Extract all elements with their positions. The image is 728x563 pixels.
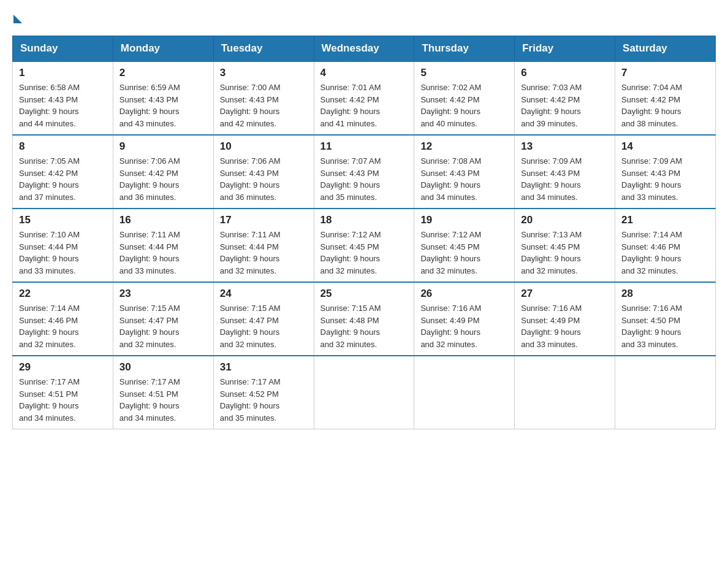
calendar-cell: 10Sunrise: 7:06 AMSunset: 4:43 PMDayligh… (213, 135, 314, 209)
day-info: Sunrise: 7:04 AMSunset: 4:42 PMDaylight:… (621, 82, 709, 129)
calendar-cell: 30Sunrise: 7:17 AMSunset: 4:51 PMDayligh… (113, 356, 213, 429)
weekday-header-thursday: Thursday (414, 36, 515, 62)
calendar-cell: 3Sunrise: 7:00 AMSunset: 4:43 PMDaylight… (213, 61, 314, 135)
calendar-cell: 9Sunrise: 7:06 AMSunset: 4:42 PMDaylight… (113, 135, 213, 209)
day-info: Sunrise: 7:11 AMSunset: 4:44 PMDaylight:… (119, 229, 207, 277)
day-number: 15 (19, 214, 107, 226)
day-info: Sunrise: 7:17 AMSunset: 4:51 PMDaylight:… (19, 376, 107, 424)
calendar-cell: 4Sunrise: 7:01 AMSunset: 4:42 PMDaylight… (314, 61, 414, 135)
calendar-cell: 20Sunrise: 7:13 AMSunset: 4:45 PMDayligh… (515, 209, 615, 282)
week-row-3: 15Sunrise: 7:10 AMSunset: 4:44 PMDayligh… (13, 209, 716, 282)
day-info: Sunrise: 7:09 AMSunset: 4:43 PMDaylight:… (621, 155, 709, 203)
calendar-cell (414, 356, 515, 429)
day-info: Sunrise: 7:03 AMSunset: 4:42 PMDaylight:… (521, 82, 609, 129)
calendar-cell: 22Sunrise: 7:14 AMSunset: 4:46 PMDayligh… (13, 282, 113, 356)
calendar-cell: 21Sunrise: 7:14 AMSunset: 4:46 PMDayligh… (615, 209, 716, 282)
day-info: Sunrise: 7:16 AMSunset: 4:50 PMDaylight:… (621, 302, 709, 350)
day-number: 29 (19, 361, 107, 373)
day-info: Sunrise: 7:06 AMSunset: 4:43 PMDaylight:… (220, 155, 308, 203)
day-info: Sunrise: 7:07 AMSunset: 4:43 PMDaylight:… (320, 155, 408, 203)
day-number: 31 (220, 361, 308, 373)
logo-arrow-icon (13, 15, 22, 23)
day-info: Sunrise: 7:17 AMSunset: 4:51 PMDaylight:… (119, 376, 207, 424)
calendar-cell: 23Sunrise: 7:15 AMSunset: 4:47 PMDayligh… (113, 282, 213, 356)
day-number: 10 (220, 140, 308, 153)
day-info: Sunrise: 6:58 AMSunset: 4:43 PMDaylight:… (19, 82, 107, 129)
day-info: Sunrise: 7:02 AMSunset: 4:42 PMDaylight:… (420, 82, 508, 129)
calendar-cell: 26Sunrise: 7:16 AMSunset: 4:49 PMDayligh… (414, 282, 515, 356)
day-info: Sunrise: 7:17 AMSunset: 4:52 PMDaylight:… (220, 376, 308, 424)
calendar-cell: 29Sunrise: 7:17 AMSunset: 4:51 PMDayligh… (13, 356, 113, 429)
page-header (12, 12, 716, 23)
day-number: 2 (119, 67, 207, 79)
day-number: 4 (320, 67, 408, 79)
week-row-4: 22Sunrise: 7:14 AMSunset: 4:46 PMDayligh… (13, 282, 716, 356)
day-number: 27 (521, 288, 609, 300)
day-number: 25 (320, 288, 408, 300)
day-info: Sunrise: 7:15 AMSunset: 4:47 PMDaylight:… (220, 302, 308, 350)
day-number: 8 (19, 140, 107, 153)
day-info: Sunrise: 7:05 AMSunset: 4:42 PMDaylight:… (19, 155, 107, 203)
calendar-cell: 2Sunrise: 6:59 AMSunset: 4:43 PMDaylight… (113, 61, 213, 135)
calendar-cell: 13Sunrise: 7:09 AMSunset: 4:43 PMDayligh… (515, 135, 615, 209)
day-number: 18 (320, 214, 408, 226)
logo (12, 12, 22, 23)
day-number: 28 (621, 288, 709, 300)
calendar-cell: 16Sunrise: 7:11 AMSunset: 4:44 PMDayligh… (113, 209, 213, 282)
calendar-cell: 31Sunrise: 7:17 AMSunset: 4:52 PMDayligh… (213, 356, 314, 429)
calendar-cell: 17Sunrise: 7:11 AMSunset: 4:44 PMDayligh… (213, 209, 314, 282)
weekday-header-sunday: Sunday (13, 36, 113, 62)
day-number: 22 (19, 288, 107, 300)
calendar-cell: 8Sunrise: 7:05 AMSunset: 4:42 PMDaylight… (13, 135, 113, 209)
calendar-cell: 7Sunrise: 7:04 AMSunset: 4:42 PMDaylight… (615, 61, 716, 135)
day-number: 20 (521, 214, 609, 226)
weekday-header-tuesday: Tuesday (213, 36, 314, 62)
calendar-cell: 14Sunrise: 7:09 AMSunset: 4:43 PMDayligh… (615, 135, 716, 209)
weekday-header-friday: Friday (515, 36, 615, 62)
calendar-cell: 25Sunrise: 7:15 AMSunset: 4:48 PMDayligh… (314, 282, 414, 356)
day-number: 11 (320, 140, 408, 153)
calendar-cell: 15Sunrise: 7:10 AMSunset: 4:44 PMDayligh… (13, 209, 113, 282)
day-number: 17 (220, 214, 308, 226)
day-number: 16 (119, 214, 207, 226)
day-number: 9 (119, 140, 207, 153)
day-info: Sunrise: 7:14 AMSunset: 4:46 PMDaylight:… (621, 229, 709, 277)
day-info: Sunrise: 7:10 AMSunset: 4:44 PMDaylight:… (19, 229, 107, 277)
calendar-cell: 28Sunrise: 7:16 AMSunset: 4:50 PMDayligh… (615, 282, 716, 356)
day-info: Sunrise: 7:15 AMSunset: 4:47 PMDaylight:… (119, 302, 207, 350)
calendar-cell: 5Sunrise: 7:02 AMSunset: 4:42 PMDaylight… (414, 61, 515, 135)
day-info: Sunrise: 7:15 AMSunset: 4:48 PMDaylight:… (320, 302, 408, 350)
day-info: Sunrise: 7:08 AMSunset: 4:43 PMDaylight:… (420, 155, 508, 203)
calendar-table: SundayMondayTuesdayWednesdayThursdayFrid… (12, 36, 716, 429)
day-info: Sunrise: 7:01 AMSunset: 4:42 PMDaylight:… (320, 82, 408, 129)
calendar-cell: 19Sunrise: 7:12 AMSunset: 4:45 PMDayligh… (414, 209, 515, 282)
day-info: Sunrise: 7:14 AMSunset: 4:46 PMDaylight:… (19, 302, 107, 350)
calendar-cell (314, 356, 414, 429)
calendar-cell: 27Sunrise: 7:16 AMSunset: 4:49 PMDayligh… (515, 282, 615, 356)
calendar-cell (515, 356, 615, 429)
weekday-header-saturday: Saturday (615, 36, 716, 62)
day-number: 5 (420, 67, 508, 79)
day-number: 14 (621, 140, 709, 153)
day-number: 1 (19, 67, 107, 79)
day-number: 26 (420, 288, 508, 300)
weekday-header-wednesday: Wednesday (314, 36, 414, 62)
week-row-5: 29Sunrise: 7:17 AMSunset: 4:51 PMDayligh… (13, 356, 716, 429)
weekday-header-row: SundayMondayTuesdayWednesdayThursdayFrid… (13, 36, 716, 62)
day-number: 7 (621, 67, 709, 79)
day-number: 6 (521, 67, 609, 79)
calendar-cell: 24Sunrise: 7:15 AMSunset: 4:47 PMDayligh… (213, 282, 314, 356)
day-number: 30 (119, 361, 207, 373)
day-info: Sunrise: 7:06 AMSunset: 4:42 PMDaylight:… (119, 155, 207, 203)
week-row-1: 1Sunrise: 6:58 AMSunset: 4:43 PMDaylight… (13, 61, 716, 135)
calendar-cell: 11Sunrise: 7:07 AMSunset: 4:43 PMDayligh… (314, 135, 414, 209)
week-row-2: 8Sunrise: 7:05 AMSunset: 4:42 PMDaylight… (13, 135, 716, 209)
calendar-cell: 12Sunrise: 7:08 AMSunset: 4:43 PMDayligh… (414, 135, 515, 209)
day-info: Sunrise: 7:00 AMSunset: 4:43 PMDaylight:… (220, 82, 308, 129)
day-info: Sunrise: 7:16 AMSunset: 4:49 PMDaylight:… (420, 302, 508, 350)
day-number: 21 (621, 214, 709, 226)
day-number: 3 (220, 67, 308, 79)
day-number: 23 (119, 288, 207, 300)
day-info: Sunrise: 7:13 AMSunset: 4:45 PMDaylight:… (521, 229, 609, 277)
day-number: 24 (220, 288, 308, 300)
